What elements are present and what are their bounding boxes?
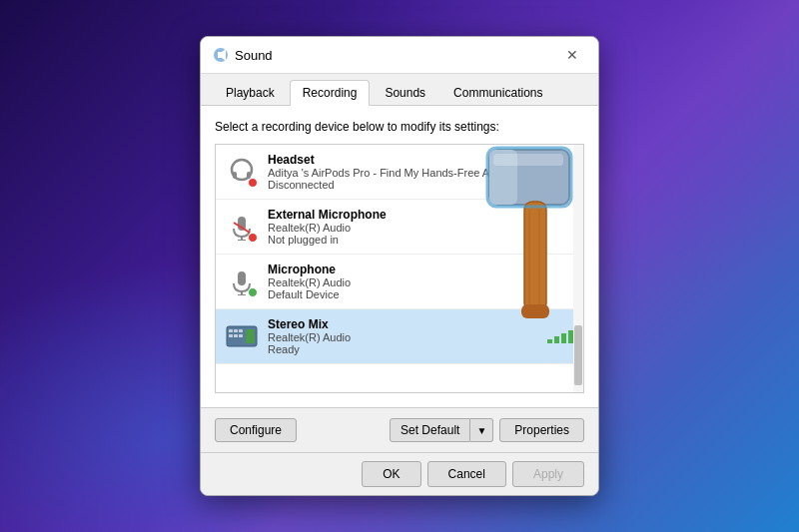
dialog-title: Sound	[235, 48, 273, 63]
dialog-content: Select a recording device below to modif…	[201, 106, 598, 407]
microphone-info: Microphone Realtek(R) Audio Default Devi…	[268, 263, 573, 300]
mic-status-dot	[248, 287, 258, 297]
device-list: Headset Aditya 's AirPods Pro - Find My …	[215, 144, 584, 393]
tab-communications[interactable]: Communications	[440, 80, 555, 105]
ext-mic-status-dot	[248, 233, 258, 243]
set-default-group: Set Default ▼	[390, 418, 493, 442]
microphone-driver: Realtek(R) Audio	[268, 276, 573, 288]
stereo-mix-info: Stereo Mix Realtek(R) Audio Ready	[268, 317, 537, 355]
headset-driver: Aditya 's AirPods Pro - Find My Hands-Fr…	[268, 167, 573, 179]
title-bar-left: Sound	[213, 47, 273, 63]
stereo-mix-name: Stereo Mix	[268, 317, 537, 331]
svg-rect-17	[234, 334, 238, 337]
svg-rect-3	[233, 172, 237, 179]
signal-bar-3	[561, 333, 566, 343]
headset-icon	[226, 156, 258, 188]
ext-mic-driver: Realtek(R) Audio	[268, 222, 573, 234]
signal-bar-1	[547, 339, 552, 343]
stereo-mix-driver: Realtek(R) Audio	[268, 331, 537, 343]
device-item-headset[interactable]: Headset Aditya 's AirPods Pro - Find My …	[216, 145, 583, 200]
stereo-mix-icon	[226, 320, 258, 352]
bottom-actions: Configure Set Default ▼ Properties	[201, 407, 598, 452]
instruction-text: Select a recording device below to modif…	[215, 120, 584, 134]
set-default-button[interactable]: Set Default	[390, 418, 470, 442]
headset-name: Headset	[268, 153, 573, 167]
device-item-microphone[interactable]: Microphone Realtek(R) Audio Default Devi…	[216, 255, 583, 309]
set-default-dropdown[interactable]: ▼	[470, 418, 493, 442]
tab-sounds[interactable]: Sounds	[372, 80, 438, 105]
headset-status: Disconnected	[268, 179, 573, 191]
close-button[interactable]: ✕	[558, 45, 586, 65]
tab-playback[interactable]: Playback	[213, 80, 288, 105]
device-item-ext-mic[interactable]: External Microphone Realtek(R) Audio Not…	[216, 200, 583, 255]
headset-info: Headset Aditya 's AirPods Pro - Find My …	[268, 153, 573, 191]
title-bar: Sound ✕	[201, 37, 598, 74]
apply-button[interactable]: Apply	[512, 461, 584, 487]
sound-title-icon	[213, 47, 229, 63]
microphone-name: Microphone	[268, 263, 573, 276]
svg-rect-13	[229, 329, 233, 332]
device-item-stereo-mix[interactable]: Stereo Mix Realtek(R) Audio Ready	[216, 309, 583, 364]
ok-button[interactable]: OK	[362, 461, 420, 487]
signal-level	[547, 329, 573, 343]
svg-rect-18	[239, 334, 243, 337]
ext-mic-status: Not plugged in	[268, 234, 573, 246]
svg-rect-14	[234, 329, 238, 332]
configure-button[interactable]: Configure	[215, 418, 297, 442]
svg-rect-16	[229, 334, 233, 337]
stereo-mix-status: Ready	[268, 343, 537, 355]
ext-mic-icon	[226, 211, 258, 243]
properties-button[interactable]: Properties	[499, 418, 584, 442]
microphone-icon	[226, 266, 258, 297]
dialog-footer: OK Cancel Apply	[201, 452, 598, 495]
microphone-status: Default Device	[268, 288, 573, 300]
headset-status-dot	[248, 178, 258, 188]
sound-dialog: Sound ✕ Playback Recording Sounds Commun…	[200, 36, 599, 496]
scrollbar-track[interactable]	[573, 145, 583, 392]
tab-bar: Playback Recording Sounds Communications	[201, 74, 598, 106]
cancel-button[interactable]: Cancel	[427, 461, 506, 487]
ext-mic-name: External Microphone	[268, 208, 573, 222]
svg-rect-19	[246, 329, 255, 343]
ext-mic-info: External Microphone Realtek(R) Audio Not…	[268, 208, 573, 246]
svg-rect-9	[238, 271, 246, 285]
tab-recording[interactable]: Recording	[290, 80, 371, 106]
svg-rect-15	[239, 329, 243, 332]
scrollbar-thumb[interactable]	[574, 325, 582, 385]
signal-bar-2	[554, 336, 559, 343]
